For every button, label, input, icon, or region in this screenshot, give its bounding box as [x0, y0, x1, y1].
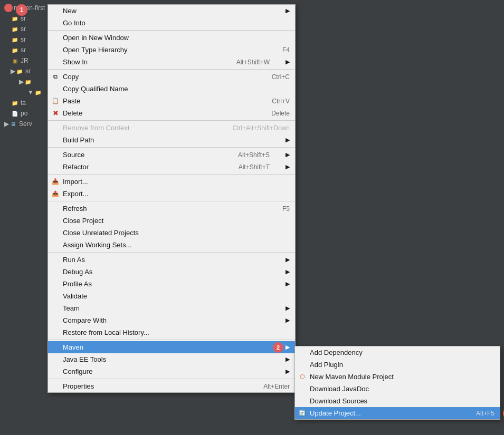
submenu-item-add-plugin[interactable]: Add Plugin [295, 359, 500, 371]
menu-item-open-new-window[interactable]: Open in New Window [48, 32, 295, 44]
folder-icon: 📁 [24, 78, 32, 86]
copy-icon: ⧉ [51, 73, 60, 81]
menu-item-source[interactable]: Source Alt+Shift+S ▶ [48, 149, 295, 161]
folder-icon: 📁 [11, 25, 19, 33]
context-menu: New ▶ Go Into Open in New Window Open Ty… [47, 4, 296, 393]
folder-icon: 📁 [34, 88, 42, 96]
menu-item-debug-as[interactable]: Debug As ▶ [48, 266, 295, 278]
paste-icon: 📋 [51, 97, 60, 105]
submenu-arrow-icon: ▶ [270, 151, 290, 158]
separator [48, 147, 295, 148]
menu-item-refactor[interactable]: Refactor Alt+Shift+T ▶ [48, 161, 295, 173]
folder-icon: 📁 [11, 46, 19, 54]
separator [48, 201, 295, 201]
separator [48, 174, 295, 175]
separator [48, 252, 295, 253]
separator [48, 120, 295, 121]
menu-item-java-ee-tools[interactable]: Java EE Tools ▶ [48, 353, 295, 365]
menu-item-copy-qualified[interactable]: Copy Qualified Name [48, 83, 295, 95]
maven-icon: ⬡ [298, 373, 307, 381]
separator [48, 340, 295, 340]
submenu-arrow-icon: ▶ [270, 281, 290, 287]
submenu-item-update-project[interactable]: 🔄 Update Project... Alt+F5 3 [295, 407, 500, 419]
menu-item-new[interactable]: New ▶ [48, 5, 295, 17]
menu-item-close-project[interactable]: Close Project [48, 215, 295, 227]
tree-badge [4, 4, 13, 12]
menu-item-open-type-hierarchy[interactable]: Open Type Hierarchy F4 [48, 44, 295, 56]
menu-item-configure[interactable]: Configure ▶ [48, 365, 295, 378]
menu-item-compare-with[interactable]: Compare With ▶ [48, 314, 295, 326]
menu-item-maven[interactable]: Maven ▶ 2 [48, 341, 295, 353]
menu-item-import[interactable]: 📥 Import... [48, 176, 295, 188]
maven-submenu: Add Dependency Add Plugin ⬡ New Maven Mo… [294, 346, 500, 420]
folder-icon: 📁 [11, 14, 19, 23]
menu-item-delete[interactable]: ✖ Delete Delete [48, 107, 295, 119]
menu-item-refresh[interactable]: Refresh F5 [48, 202, 295, 215]
submenu-arrow-icon: ▶ [270, 7, 290, 14]
menu-item-team[interactable]: Team ▶ [48, 302, 295, 314]
step-badge-2-inline: 2 [273, 342, 283, 353]
submenu-arrow-icon: ▶ [270, 317, 290, 324]
separator [48, 379, 295, 379]
server-icon: 🖥 [9, 120, 17, 128]
submenu-arrow-icon: ▶ [270, 305, 290, 312]
export-icon: 📤 [51, 190, 60, 198]
step-badge-1: 1 [16, 4, 27, 16]
update-icon: 🔄 [298, 409, 307, 418]
separator [48, 69, 295, 70]
menu-item-validate[interactable]: Validate [48, 290, 295, 302]
submenu-item-add-dependency[interactable]: Add Dependency [295, 346, 500, 359]
pom-icon: 📄 [11, 109, 19, 118]
submenu-arrow-icon: ▶ [270, 59, 290, 65]
menu-item-profile-as[interactable]: Profile As ▶ [48, 278, 295, 290]
folder-icon: 📁 [11, 99, 19, 107]
submenu-arrow-icon: ▶ [270, 137, 290, 143]
submenu-item-download-javadoc[interactable]: Download JavaDoc [295, 383, 500, 395]
menu-item-go-into[interactable]: Go Into [48, 17, 295, 29]
menu-item-run-as[interactable]: Run As ▶ [48, 254, 295, 266]
jar-icon: ▣ [11, 56, 19, 65]
submenu-item-new-maven-module[interactable]: ⬡ New Maven Module Project [295, 371, 500, 383]
menu-item-restore-local[interactable]: Restore from Local History... [48, 326, 295, 339]
import-icon: 📥 [51, 178, 60, 186]
submenu-arrow-icon: ▶ [270, 268, 290, 275]
menu-item-assign-working-sets[interactable]: Assign Working Sets... [48, 239, 295, 251]
menu-item-show-in[interactable]: Show In Alt+Shift+W ▶ [48, 56, 295, 68]
menu-item-paste[interactable]: 📋 Paste Ctrl+V [48, 95, 295, 107]
menu-item-copy[interactable]: ⧉ Copy Ctrl+C [48, 71, 295, 83]
menu-item-remove-context[interactable]: Remove from Context Ctrl+Alt+Shift+Down [48, 122, 295, 134]
separator [48, 30, 295, 31]
menu-item-export[interactable]: 📤 Export... [48, 188, 295, 200]
submenu-arrow-icon: ▶ [270, 368, 290, 375]
folder-icon: 📁 [15, 67, 24, 75]
delete-icon: ✖ [51, 109, 60, 118]
submenu-arrow-icon: ▶ [270, 356, 290, 363]
submenu-arrow-icon: ▶ [270, 256, 290, 263]
menu-item-properties[interactable]: Properties Alt+Enter [48, 380, 295, 392]
submenu-item-download-sources[interactable]: Download Sources [295, 395, 500, 407]
submenu-arrow-icon: ▶ [270, 163, 290, 170]
menu-item-build-path[interactable]: Build Path ▶ [48, 134, 295, 146]
folder-icon: 📁 [11, 35, 19, 44]
menu-item-close-unrelated[interactable]: Close Unrelated Projects [48, 227, 295, 239]
